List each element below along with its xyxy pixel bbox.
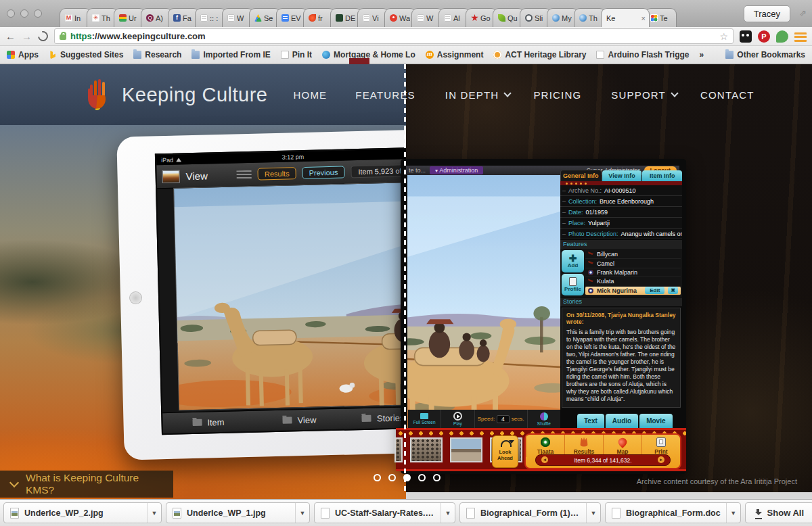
info-tab[interactable]: View Info: [602, 170, 642, 181]
feature-row[interactable]: Billycan: [585, 250, 681, 259]
bookmark-item[interactable]: Assignment: [426, 50, 484, 59]
shuffle-button[interactable]: Shuffle: [527, 410, 560, 428]
bookmark-item[interactable]: Arduino Flash Trigge: [596, 50, 689, 59]
media-type-button[interactable]: Movie: [639, 414, 672, 428]
edit-feature-button[interactable]: Edit: [645, 287, 664, 294]
ipad-bottom-tab[interactable]: Item: [162, 416, 254, 428]
bookmark-item[interactable]: Apps: [7, 50, 39, 59]
metadata-row[interactable]: – Photo Description: Anangu with camels …: [560, 229, 682, 239]
archive-photo-desktop[interactable]: [407, 175, 560, 429]
info-tab[interactable]: General Info: [560, 170, 602, 181]
metadata-row[interactable]: – Collection: Bruce Edenborough: [560, 196, 682, 207]
download-item[interactable]: Biographical_Form (1).doc ▼: [459, 502, 601, 523]
profile-button[interactable]: Profile: [562, 274, 584, 296]
ipad-bottom-tab[interactable]: View: [254, 414, 345, 426]
action-icon: [541, 437, 550, 447]
forward-button[interactable]: →: [22, 31, 32, 41]
archive-photo[interactable]: [173, 181, 406, 410]
play-icon: [453, 412, 462, 421]
filmstrip-thumbnail[interactable]: [410, 437, 443, 462]
download-item[interactable]: UnderIce_WP_2.jpg ▼: [3, 502, 162, 523]
media-type-button[interactable]: Text: [577, 414, 604, 428]
navigate-menu-cut[interactable]: te to...: [409, 167, 426, 174]
bookmark-item[interactable]: Research: [133, 50, 181, 59]
reload-button[interactable]: [36, 29, 50, 43]
download-menu-caret[interactable]: ▼: [147, 503, 161, 523]
pinterest-extension-icon[interactable]: [758, 30, 770, 43]
results-button[interactable]: Results: [258, 167, 296, 180]
download-item[interactable]: UnderIce_WP_1.jpg ▼: [166, 502, 310, 523]
bookmark-item[interactable]: Suggested Sites: [49, 50, 123, 59]
play-button[interactable]: Play: [441, 410, 474, 428]
nav-item[interactable]: SUPPORT: [611, 89, 677, 101]
metadata-row[interactable]: – Archive No.: AI-0009510: [560, 185, 682, 196]
window-minimize-button[interactable]: [20, 9, 28, 18]
bookmark-item[interactable]: Imported From IE: [191, 50, 270, 59]
file-type-icon: [612, 508, 621, 519]
show-all-downloads-button[interactable]: Show All: [745, 502, 812, 523]
filmstrip-thumbnail[interactable]: [394, 437, 403, 462]
feature-row[interactable]: Mick Ngurima Edit ✖: [585, 287, 681, 295]
media-type-button[interactable]: Audio: [606, 414, 638, 428]
tab-favicon: [254, 14, 262, 22]
nav-item[interactable]: PRICING: [533, 89, 581, 101]
nav-item[interactable]: CONTACT: [700, 89, 754, 101]
look-ahead-button[interactable]: Look Ahead: [492, 435, 518, 468]
browser-menu-icon[interactable]: [794, 32, 807, 42]
photo-thumbnail-icon[interactable]: [162, 170, 179, 183]
browser-tab[interactable]: Te: [645, 8, 677, 27]
bookmark-item[interactable]: ACT Heritage Library: [493, 50, 586, 59]
previous-button[interactable]: Previous: [302, 166, 344, 179]
carousel-dot[interactable]: [403, 474, 411, 481]
download-menu-caret[interactable]: ▼: [586, 503, 600, 523]
download-menu-caret[interactable]: ▼: [726, 503, 740, 523]
carousel-dot[interactable]: [374, 474, 381, 481]
bookmark-star-icon[interactable]: ☆: [719, 31, 728, 42]
nav-item[interactable]: HOME: [293, 89, 327, 101]
download-item[interactable]: Biographical_Form.doc ▼: [605, 502, 741, 523]
feature-row[interactable]: Camel: [585, 259, 681, 268]
next-item-arrow[interactable]: ▸: [658, 456, 664, 463]
metadata-row[interactable]: – Place: Yulpartji: [560, 218, 682, 229]
administration-menu[interactable]: Administration: [430, 166, 483, 174]
tab-close-icon[interactable]: ×: [641, 14, 646, 22]
browser-profile-button[interactable]: Tracey: [744, 5, 790, 22]
full-screen-label: Full Screen: [413, 420, 436, 425]
previous-item-arrow[interactable]: ◂: [541, 456, 548, 463]
filmstrip-thumbnail[interactable]: [450, 437, 482, 462]
hootsuite-extension-icon[interactable]: [740, 30, 752, 43]
other-bookmarks-folder[interactable]: Other Bookmarks: [725, 50, 805, 59]
add-feature-button[interactable]: ✚Add: [562, 250, 584, 272]
feature-row[interactable]: Kulata: [585, 277, 681, 286]
menu-icon[interactable]: [237, 170, 252, 179]
metadata-row[interactable]: – Date: 01/1959: [560, 207, 682, 218]
download-item[interactable]: UC-Staff-Salary-Rates.xlsx ▼: [314, 502, 455, 523]
slide-caption[interactable]: What is Keeping Culture KMS?: [0, 471, 173, 498]
back-button[interactable]: ←: [5, 31, 16, 41]
info-tab[interactable]: Item Info: [642, 170, 682, 181]
nav-item[interactable]: FEATURES: [355, 89, 415, 101]
nav-item[interactable]: IN DEPTH: [445, 89, 511, 101]
download-menu-caret[interactable]: ▼: [441, 503, 455, 523]
url-field[interactable]: https://www.keepingculture.com ☆: [54, 28, 734, 44]
carousel-dot[interactable]: [418, 474, 426, 481]
carousel-dot[interactable]: [388, 474, 396, 481]
before-after-divider[interactable]: [404, 64, 406, 494]
feature-row[interactable]: Frank Malparin: [585, 268, 681, 277]
site-logo[interactable]: Keeping Culture: [83, 78, 267, 112]
download-menu-caret[interactable]: ▼: [295, 503, 309, 523]
fullscreen-expand-icon[interactable]: ⇗: [799, 8, 807, 18]
bookmark-item[interactable]: »: [700, 50, 704, 59]
bookmark-item[interactable]: Pin It: [281, 50, 312, 59]
field-label: Archive No.:: [568, 187, 602, 194]
address-bar: ← → https://www.keepingculture.com ☆: [0, 27, 812, 46]
browser-tab[interactable]: Ke ×: [601, 8, 650, 27]
full-screen-button[interactable]: Full Screen: [408, 410, 441, 428]
window-zoom-button[interactable]: [34, 9, 42, 18]
remove-feature-button[interactable]: ✖: [668, 287, 678, 294]
speed-control[interactable]: Speed: 4 secs.: [474, 410, 527, 428]
feedly-extension-icon[interactable]: [776, 30, 788, 43]
carousel-dot[interactable]: [433, 474, 441, 481]
window-close-button[interactable]: [7, 9, 15, 18]
speed-value-field[interactable]: 4: [497, 415, 510, 423]
